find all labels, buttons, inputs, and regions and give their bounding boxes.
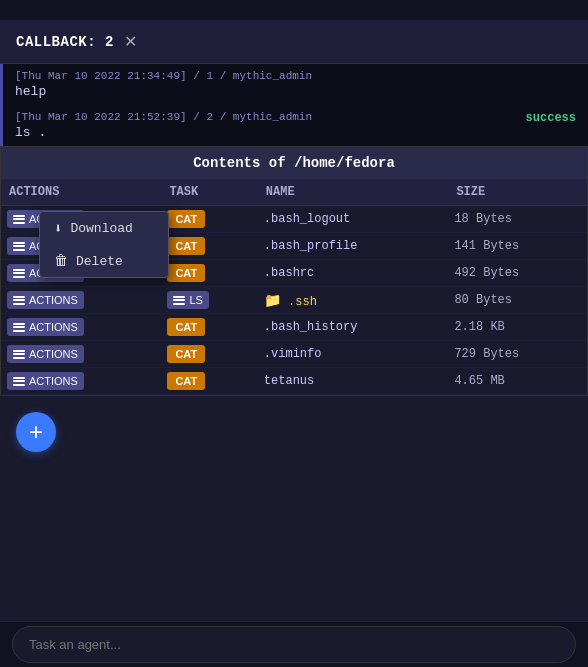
cell-size-4: 2.18 KB bbox=[448, 314, 587, 341]
log-meta-1: [Thu Mar 10 2022 21:34:49] / 1 / mythic_… bbox=[15, 70, 576, 82]
filename-5: .viminfo bbox=[264, 347, 322, 361]
callback-bar: CALLBACK: 2 ✕ bbox=[0, 20, 588, 64]
input-area bbox=[0, 621, 588, 667]
log-cmd-2: ls . bbox=[15, 125, 576, 140]
success-badge: success bbox=[526, 111, 576, 125]
cell-task-4: CAT bbox=[161, 314, 257, 341]
fab-area: + bbox=[0, 396, 588, 468]
filename-4: .bash_history bbox=[264, 320, 358, 334]
top-bar bbox=[0, 0, 588, 20]
col-actions: ACTIONS bbox=[1, 179, 161, 206]
cat-button-2[interactable]: CAT bbox=[167, 264, 205, 282]
cell-size-2: 492 Bytes bbox=[448, 260, 587, 287]
cat-button-4[interactable]: CAT bbox=[167, 318, 205, 336]
cat-button-1[interactable]: CAT bbox=[167, 237, 205, 255]
table-header-row: ACTIONS TASK NAME SIZE bbox=[1, 179, 587, 206]
log-meta-2: [Thu Mar 10 2022 21:52:39] / 2 / mythic_… bbox=[15, 111, 312, 123]
menu-icon bbox=[13, 215, 25, 224]
col-name: NAME bbox=[258, 179, 449, 206]
cell-size-1: 141 Bytes bbox=[448, 233, 587, 260]
cell-actions-5: ACTIONS bbox=[1, 341, 161, 368]
cell-name-4: .bash_history bbox=[258, 314, 449, 341]
filename-2: .bashrc bbox=[264, 266, 314, 280]
cell-name-3: 📁 .ssh bbox=[258, 287, 449, 314]
add-button[interactable]: + bbox=[16, 412, 56, 452]
cell-actions-4: ACTIONS bbox=[1, 314, 161, 341]
menu-icon bbox=[173, 296, 185, 305]
close-icon: ✕ bbox=[124, 32, 137, 51]
cell-name-5: .viminfo bbox=[258, 341, 449, 368]
actions-button-6[interactable]: ACTIONS bbox=[7, 372, 84, 390]
log-cmd-1: help bbox=[15, 84, 576, 99]
log-entry-2: [Thu Mar 10 2022 21:52:39] / 2 / mythic_… bbox=[0, 105, 588, 146]
menu-icon bbox=[13, 377, 25, 386]
filename-3: 📁 .ssh bbox=[264, 295, 317, 309]
cell-size-3: 80 Bytes bbox=[448, 287, 587, 314]
cell-task-1: CAT bbox=[161, 233, 257, 260]
cell-task-5: CAT bbox=[161, 341, 257, 368]
cell-actions-3: ACTIONS bbox=[1, 287, 161, 314]
folder-icon: 📁 bbox=[264, 292, 281, 309]
col-size: SIZE bbox=[448, 179, 587, 206]
menu-icon bbox=[13, 323, 25, 332]
file-browser-title: Contents of /home/fedora bbox=[1, 147, 587, 179]
menu-icon bbox=[13, 350, 25, 359]
task-input[interactable] bbox=[12, 626, 576, 663]
filename-1: .bash_profile bbox=[264, 239, 358, 253]
cell-size-6: 4.65 MB bbox=[448, 368, 587, 395]
callback-label: CALLBACK: 2 bbox=[16, 34, 114, 50]
delete-icon: 🗑 bbox=[54, 253, 68, 269]
cat-button-6[interactable]: CAT bbox=[167, 372, 205, 390]
table-row: ACTIONSCAT.viminfo729 Bytes bbox=[1, 341, 587, 368]
cell-size-0: 18 Bytes bbox=[448, 206, 587, 233]
cell-name-6: tetanus bbox=[258, 368, 449, 395]
table-row: ACTIONS LS📁 .ssh80 Bytes bbox=[1, 287, 587, 314]
ls-button-3[interactable]: LS bbox=[167, 291, 208, 309]
cell-task-6: CAT bbox=[161, 368, 257, 395]
cell-task-0: CAT bbox=[161, 206, 257, 233]
table-row: ACTIONSCATtetanus4.65 MB bbox=[1, 368, 587, 395]
file-browser: Contents of /home/fedora ⬇ Download 🗑 De… bbox=[0, 146, 588, 396]
actions-dropdown: ⬇ Download 🗑 Delete bbox=[39, 211, 169, 278]
cell-actions-6: ACTIONS bbox=[1, 368, 161, 395]
actions-button-4[interactable]: ACTIONS bbox=[7, 318, 84, 336]
table-row: ACTIONSCAT.bash_history2.18 KB bbox=[1, 314, 587, 341]
log-entry-1: [Thu Mar 10 2022 21:34:49] / 1 / mythic_… bbox=[0, 64, 588, 105]
menu-icon bbox=[13, 242, 25, 251]
cat-button-5[interactable]: CAT bbox=[167, 345, 205, 363]
dropdown-download-label: Download bbox=[70, 221, 132, 236]
cell-name-2: .bashrc bbox=[258, 260, 449, 287]
download-icon: ⬇ bbox=[54, 220, 62, 237]
actions-button-5[interactable]: ACTIONS bbox=[7, 345, 84, 363]
dropdown-delete-label: Delete bbox=[76, 254, 123, 269]
actions-button-3[interactable]: ACTIONS bbox=[7, 291, 84, 309]
cat-button-0[interactable]: CAT bbox=[167, 210, 205, 228]
file-table-wrapper: ⬇ Download 🗑 Delete ACTIONS TASK NAME SI… bbox=[1, 179, 587, 395]
cell-size-5: 729 Bytes bbox=[448, 341, 587, 368]
menu-icon bbox=[13, 269, 25, 278]
cell-name-1: .bash_profile bbox=[258, 233, 449, 260]
close-callback-button[interactable]: ✕ bbox=[122, 32, 139, 51]
cell-task-3: LS bbox=[161, 287, 257, 314]
dropdown-delete[interactable]: 🗑 Delete bbox=[40, 245, 168, 277]
cell-name-0: .bash_logout bbox=[258, 206, 449, 233]
col-task: TASK bbox=[161, 179, 257, 206]
cell-task-2: CAT bbox=[161, 260, 257, 287]
filename-0: .bash_logout bbox=[264, 212, 350, 226]
menu-icon bbox=[13, 296, 25, 305]
filename-6: tetanus bbox=[264, 374, 314, 388]
dropdown-download[interactable]: ⬇ Download bbox=[40, 212, 168, 245]
